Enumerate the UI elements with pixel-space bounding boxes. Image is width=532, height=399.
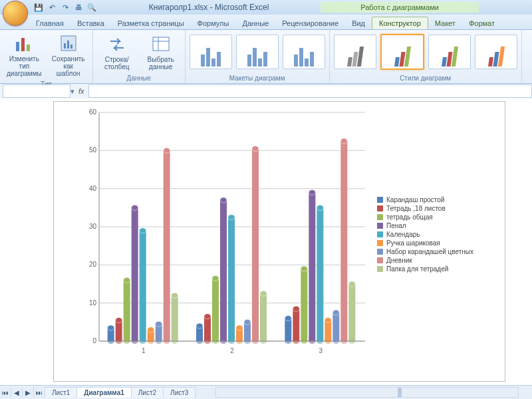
undo-icon[interactable]: ↶ [47,2,57,13]
group-label: Располо [522,74,532,83]
title-bar: 💾 ↶ ↷ 🖶 🔍 Книгаролр1.xlsx - Microsoft Ex… [0,0,532,15]
svg-rect-7 [153,37,169,51]
svg-rect-6 [70,45,72,49]
chart-style-2[interactable] [380,34,424,70]
ribbon: Изменить тип диаграммы Сохранить как шаб… [0,30,532,84]
formula-input[interactable] [88,84,532,98]
svg-rect-0 [16,42,19,51]
worksheet-area: 0102030405060123 Карандаш простойТетрадь… [0,98,532,99]
select-data-button[interactable]: Выбрать данные [141,32,181,72]
chart-layout-1[interactable] [190,35,232,69]
chart-type-icon [13,33,35,54]
dropdown-icon[interactable]: ▾ [70,87,74,96]
contextual-title: Работа с диаграммами [321,2,479,13]
window-title: Книгаролр1.xlsx - Microsoft Excel [97,3,321,12]
svg-rect-2 [27,45,30,51]
svg-rect-4 [64,43,66,49]
template-icon [58,33,79,54]
group-label: Макеты диаграмм [186,74,329,83]
print-icon[interactable]: 🖶 [73,2,84,13]
switch-icon [106,33,128,55]
chart-layout-3[interactable] [283,35,325,69]
group-label: Стили диаграмм [330,74,521,83]
select-data-icon [150,33,172,55]
group-label: Данные [93,74,185,83]
office-button[interactable] [3,1,28,26]
name-box[interactable] [3,84,70,98]
quick-access-toolbar: 💾 ↶ ↷ 🖶 🔍 [33,2,97,13]
change-chart-type-button[interactable]: Изменить тип диаграммы [4,31,45,78]
preview-icon[interactable]: 🔍 [86,2,97,13]
group-chart-styles: Стили диаграмм [330,30,522,83]
group-location: Перем диагр Располо [522,30,532,83]
group-type: Изменить тип диаграммы Сохранить как шаб… [0,30,93,83]
tab-Разметка страницы[interactable]: Разметка страницы [111,17,191,29]
tab-Главная[interactable]: Главная [29,17,70,29]
svg-rect-1 [21,38,25,51]
tab-Конструктор[interactable]: Конструктор [372,17,428,29]
tab-Макет[interactable]: Макет [428,17,462,29]
group-chart-layouts: Макеты диаграмм [186,30,330,83]
chart-layout-2[interactable] [236,35,279,69]
tab-Формат[interactable]: Формат [462,17,501,29]
tab-Вставка[interactable]: Вставка [70,17,111,29]
save-icon[interactable]: 💾 [33,2,44,13]
chart-style-1[interactable] [334,35,376,69]
tab-Формулы[interactable]: Формулы [191,17,236,29]
move-chart-button[interactable]: Перем диагр [526,32,532,72]
group-data: Строка/столбец Выбрать данные Данные [93,30,186,83]
switch-row-col-button[interactable]: Строка/столбец [97,32,137,72]
redo-icon[interactable]: ↷ [60,2,70,13]
tab-Вид[interactable]: Вид [345,17,372,29]
fx-label[interactable]: fx [78,87,84,95]
ribbon-tabs: ГлавнаяВставкаРазметка страницыФормулыДа… [0,15,532,30]
tab-Данные[interactable]: Данные [235,17,275,29]
svg-rect-5 [67,41,69,49]
tab-Рецензирование[interactable]: Рецензирование [275,17,345,29]
save-template-button[interactable]: Сохранить как шаблон [49,31,88,78]
chart-style-3[interactable] [428,35,471,69]
chart-style-4[interactable] [475,35,517,69]
